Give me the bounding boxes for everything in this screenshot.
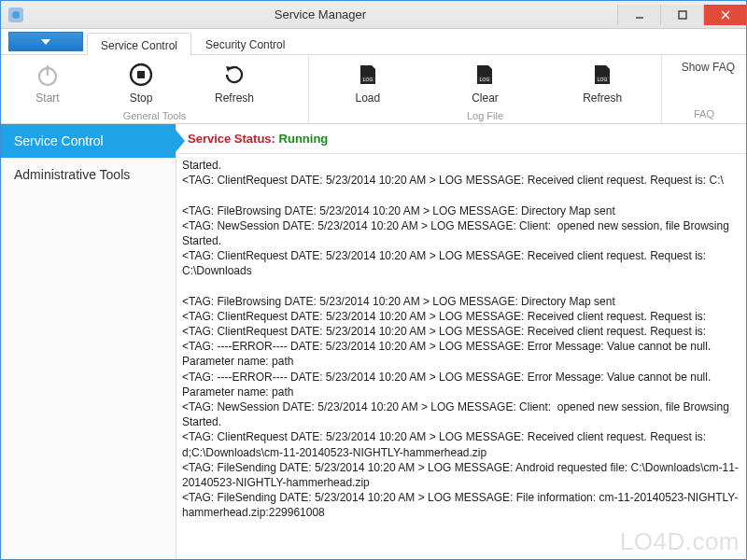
power-icon [34, 61, 62, 89]
log-icon: LOG [354, 61, 382, 89]
svg-rect-2 [679, 11, 686, 19]
clear-button-label: Clear [472, 91, 499, 105]
log-icon: LOG [471, 61, 499, 89]
load-button[interactable]: LOG Load [321, 57, 415, 108]
sidebar-item-admin-tools[interactable]: Administrative Tools [1, 158, 176, 191]
sidebar-item-service-control[interactable]: Service Control [1, 124, 176, 158]
close-button[interactable] [703, 5, 746, 25]
sidebar: Service Control Administrative Tools [1, 124, 176, 559]
svg-text:LOG: LOG [363, 77, 374, 82]
refresh-log-button-label: Refresh [583, 91, 622, 105]
svg-text:LOG: LOG [480, 77, 490, 82]
refresh-button-label: Refresh [215, 91, 254, 105]
svg-point-0 [12, 11, 20, 19]
tab-security-control[interactable]: Security Control [191, 32, 299, 54]
ribbon-group-label-logfile: Log File [309, 108, 661, 123]
body-area: Service Control Administrative Tools Ser… [1, 124, 746, 559]
minimize-button[interactable] [617, 5, 660, 25]
status-row: Service Status: Running [176, 124, 746, 154]
ribbon: Start Stop Refresh General Tools LOG [1, 55, 746, 124]
stop-button[interactable]: Stop [94, 57, 188, 108]
refresh-button[interactable]: Refresh [188, 57, 281, 108]
tab-strip: Service Control Security Control [1, 29, 746, 55]
ribbon-group-label-faq: FAQ [666, 106, 742, 121]
svg-marker-5 [41, 39, 50, 45]
clear-button[interactable]: LOG Clear [438, 57, 531, 108]
ribbon-group-label-general: General Tools [1, 108, 308, 123]
ribbon-group-general-tools: Start Stop Refresh General Tools [1, 55, 309, 123]
svg-rect-9 [137, 71, 145, 78]
window-buttons [617, 5, 746, 25]
refresh-log-button[interactable]: LOG Refresh [556, 57, 649, 108]
window-title: Service Manager [23, 7, 617, 21]
log-icon: LOG [588, 61, 616, 89]
status-value: Running [279, 132, 329, 146]
refresh-icon [220, 61, 248, 89]
tab-service-control[interactable]: Service Control [87, 33, 191, 55]
start-button[interactable]: Start [1, 57, 94, 108]
start-button-label: Start [35, 91, 59, 105]
ribbon-group-faq: Show FAQ FAQ [662, 55, 746, 123]
window-titlebar: Service Manager [1, 1, 746, 29]
stop-button-label: Stop [130, 91, 153, 105]
maximize-button[interactable] [660, 5, 703, 25]
stop-icon [127, 61, 155, 89]
main-panel: Service Status: Running Started. <TAG: C… [176, 124, 746, 559]
svg-text:LOG: LOG [598, 77, 608, 82]
chevron-down-icon [41, 39, 50, 45]
status-label: Service Status: [188, 132, 275, 146]
show-faq-link[interactable]: Show FAQ [666, 61, 742, 74]
app-icon [8, 7, 23, 22]
load-button-label: Load [355, 91, 380, 105]
log-view[interactable]: Started. <TAG: ClientRequest DATE: 5/23/… [176, 154, 746, 559]
ribbon-group-log-file: LOG Load LOG Clear LOG Refresh Log File [309, 55, 662, 123]
menu-dropdown-button[interactable] [8, 32, 83, 51]
